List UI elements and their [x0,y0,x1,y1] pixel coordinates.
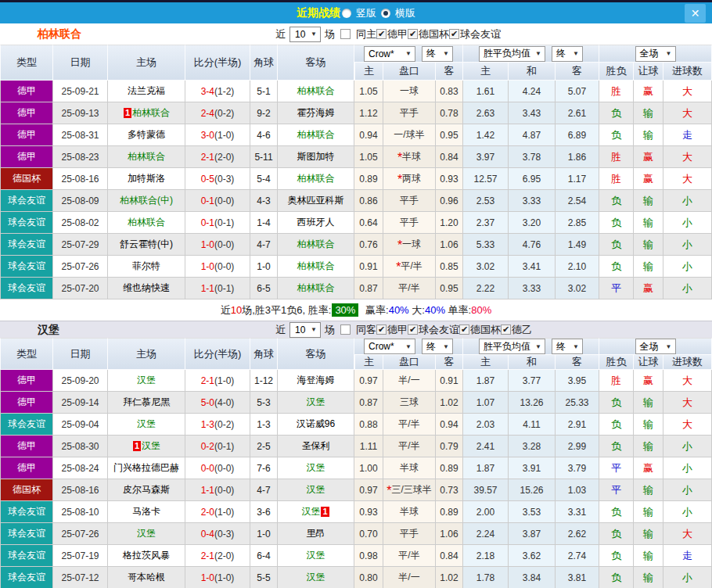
score-cell: 3-4(1-2) [185,81,250,102]
team-link: 拜仁慕尼黑 [123,396,170,407]
chevron-down-icon: ▼ [443,50,449,57]
team-link: 舒云霍特(中) [120,238,173,249]
handicap: 一/球半 [383,124,436,146]
league-checkbox-德乙[interactable] [501,324,511,335]
avg-select[interactable]: 胜平负均值▼ [479,339,545,354]
away-odds: 0.84 [436,545,463,567]
result-wdl: 负 [599,102,634,124]
competition-tag: 球会友谊 [0,256,53,278]
avg-loss: 2.74 [556,545,599,567]
match-date: 25-09-04 [53,414,108,436]
league-label[interactable]: 球会友谊 [419,323,459,337]
final-select[interactable]: 终▼ [552,339,583,354]
result-goals: 走 [663,545,712,567]
final-select[interactable]: 终▼ [552,46,583,62]
chevron-down-icon: ▼ [405,50,412,57]
handicap: 三球 [383,392,436,414]
corner-cell: 5-5 [250,567,278,588]
avg-loss: 25.33 [556,392,599,414]
same-venue-checkbox[interactable] [340,29,351,39]
competition-tag: 德国杯 [0,168,53,190]
horizontal-radio[interactable] [381,9,390,18]
team-link: 格拉茨风暴 [123,550,170,561]
horizontal-radio-label[interactable]: 横版 [395,6,415,20]
matches-table: 类型日期主场比分(半场)角球客场Crow*▼终▼胜平负均值▼终▼全场▼主盘口客主… [0,45,712,299]
result-handicap: 输 [634,392,663,414]
league-label[interactable]: 德乙 [512,323,532,337]
same-venue-label[interactable]: 同主 [356,27,376,41]
avg-loss: 2.61 [556,102,599,124]
close-icon[interactable]: ✕ [685,4,706,23]
league-label[interactable]: 德国杯 [470,323,501,337]
sub-column-header: 客 [556,355,599,370]
score-cell: 0-2(0-1) [185,436,250,457]
team-link: 法兰克福 [128,85,165,96]
match-date: 25-07-19 [53,545,108,567]
home-odds: 0.80 [354,567,383,588]
home-team-cell: 汉堡 [108,523,185,545]
match-date: 25-09-21 [53,81,108,102]
chevron-down-icon: ▼ [666,50,672,57]
final-select[interactable]: 终▼ [422,339,453,354]
odds-company-select[interactable]: Crow*▼ [364,339,415,354]
match-count-select[interactable]: 10▼ [289,322,321,338]
team-link: 汉堡 [307,396,325,407]
match-row: 球会友谊 25-07-19 格拉茨风暴 2-1(2-0) 6-4 汉堡 0.98… [0,545,712,567]
league-label[interactable]: 德甲 [387,323,408,337]
corner-cell: 6-4 [250,545,278,567]
avg-select[interactable]: 胜平负均值▼ [479,46,545,62]
away-odds: 0.79 [436,436,463,457]
avg-draw: 15.26 [509,479,556,501]
away-odds: 0.83 [436,81,463,102]
home-team-cell: 柏林联合 [108,146,185,168]
league-checkbox-德甲[interactable] [376,324,387,335]
team-link: 西班牙人 [297,217,335,228]
match-count-select[interactable]: 10▼ [289,27,321,42]
competition-tag: 德甲 [0,436,53,457]
scope-select[interactable]: 全场▼ [635,46,676,62]
league-label[interactable]: 德国杯 [419,27,449,41]
result-handicap: 赢 [634,81,663,102]
home-odds: 0.86 [354,190,383,212]
final-select[interactable]: 终▼ [422,46,453,62]
avg-loss: 1.03 [556,479,599,501]
handicap: 平/半 [383,436,436,457]
column-header: 类型 [0,45,53,81]
same-venue-checkbox[interactable] [340,324,351,335]
scope-select[interactable]: 全场▼ [635,339,676,354]
home-odds: 0.97 [354,370,383,392]
league-checkbox-球会友谊[interactable] [449,29,459,39]
sub-column-header: 盘口 [383,355,436,370]
home-odds: 0.87 [354,392,383,414]
vertical-radio[interactable] [342,9,351,18]
team-link: 柏林联合(中) [120,195,173,206]
result-handicap: 输 [634,501,663,523]
league-label[interactable]: 德甲 [387,27,408,41]
home-team-cell: 舒云霍特(中) [108,234,185,256]
league-checkbox-球会友谊[interactable] [408,324,418,335]
chevron-down-icon: ▼ [573,50,579,57]
score-cell: 2-0(1-0) [185,501,250,523]
match-date: 25-08-10 [53,501,108,523]
chevron-down-icon: ▼ [311,30,317,38]
league-label[interactable]: 球会友谊 [460,27,501,41]
chevron-down-icon: ▼ [311,326,317,333]
league-checkbox-德国杯[interactable] [459,324,469,335]
home-team-cell: 多特蒙德 [108,124,185,146]
home-team-cell: 菲尔特 [108,256,185,278]
score-cell: 0-1(0-1) [185,212,250,234]
avg-win: 1.87 [463,370,509,392]
odds-company-select[interactable]: Crow*▼ [364,46,415,62]
avg-win: 3.97 [463,146,509,168]
match-row: 德甲 25-08-31 多特蒙德 3-0(1-0) 4-6 柏林联合 0.94 … [0,124,712,146]
result-handicap: 输 [634,414,663,436]
away-odds: 0.93 [436,168,463,190]
score-cell: 2-1(2-0) [185,545,250,567]
result-goals: 小 [663,212,712,234]
home-team-cell: 格拉茨风暴 [108,545,185,567]
league-checkbox-德国杯[interactable] [408,29,418,39]
vertical-radio-label[interactable]: 竖版 [356,6,376,20]
league-checkbox-德甲[interactable] [376,29,387,39]
team-link: 柏林联合 [128,217,165,228]
same-venue-label[interactable]: 同客 [356,323,376,337]
